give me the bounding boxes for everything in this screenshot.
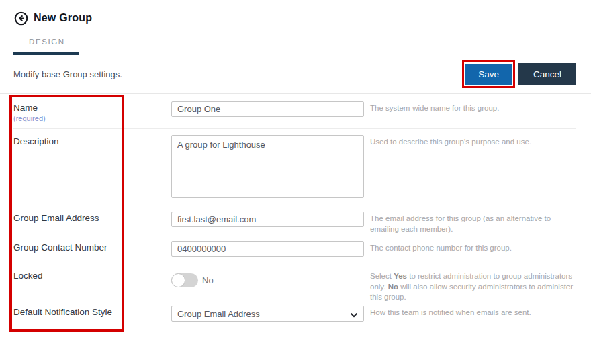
form-row-name: Name (required) The system-wide name for… [13,94,576,129]
form-row-description: Description A group for Lighthouse Used … [13,129,576,206]
locked-toggle[interactable] [171,273,198,287]
contact-number-label: Group Contact Number [13,241,171,253]
page-header: New Group [0,0,591,26]
notification-style-selected-value: Group Email Address [177,309,260,319]
annotation-save-box: Save [462,60,515,88]
description-help-text: Used to describe this group's purpose an… [370,135,576,148]
locked-help-text: Select Yes to restrict administration to… [370,269,576,303]
notification-style-help-text: How this team is notified when emails ar… [370,306,576,318]
save-button[interactable]: Save [465,64,512,85]
tab-design[interactable]: DESIGN [29,38,65,54]
group-email-help-text: The email address for this group (as an … [370,212,576,234]
page-title: New Group [34,12,92,24]
form-row-locked: Locked No Select Yes to restrict adminis… [13,265,576,302]
chevron-down-icon [350,310,358,322]
name-input[interactable] [171,101,364,117]
settings-subtitle: Modify base Group settings. [13,69,122,79]
notification-style-select[interactable]: Group Email Address [171,306,364,322]
notification-style-label: Default Notification Style [13,306,171,317]
group-email-input[interactable] [171,212,364,227]
arrow-left-circle-icon [14,11,28,26]
description-textarea[interactable]: A group for Lighthouse [171,135,364,198]
form-row-group-email: Group Email Address The email address fo… [13,206,576,236]
settings-toolbar: Modify base Group settings. Save Cancel [0,54,591,94]
locked-toggle-value: No [202,275,214,285]
back-button[interactable] [13,11,28,26]
active-tab-underline [13,52,79,55]
new-group-page: New Group DESIGN Modify base Group setti… [0,0,591,330]
form-row-notification-style: Default Notification Style Group Email A… [13,302,576,330]
name-label: Name [13,101,171,113]
group-email-label: Group Email Address [13,212,171,223]
form-row-contact-number: Group Contact Number The contact phone n… [13,236,576,265]
locked-toggle-group: No [171,273,364,287]
cancel-button[interactable]: Cancel [518,63,576,85]
name-label-group: Name (required) [13,101,171,122]
contact-number-input[interactable] [171,241,364,257]
description-label: Description [13,135,171,146]
locked-label: Locked [13,269,171,281]
group-settings-form: Name (required) The system-wide name for… [13,94,576,330]
toggle-knob [171,273,185,287]
tab-bar: DESIGN [0,35,591,54]
toolbar-actions: Save Cancel [462,60,576,88]
contact-number-help-text: The contact phone number for this group. [370,241,576,254]
name-required-note: (required) [13,114,171,122]
name-help-text: The system-wide name for this group. [370,101,576,114]
